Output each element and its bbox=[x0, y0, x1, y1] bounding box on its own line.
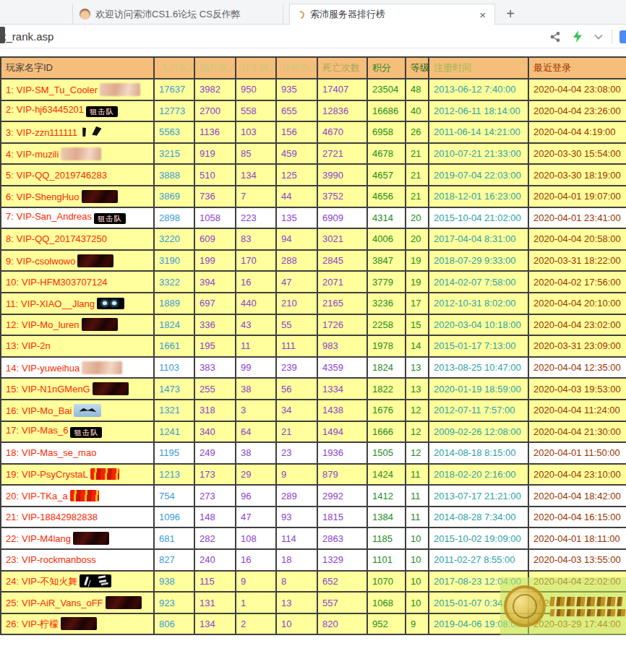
cell-kick-kills: 282 bbox=[194, 527, 236, 549]
cell-last-login: 2020-04-01 19:07:00 bbox=[528, 186, 626, 207]
url-text[interactable]: k_rank.asp bbox=[1, 30, 53, 43]
player-name[interactable]: VIP-rockmanboss bbox=[22, 554, 96, 565]
table-row: 6:VIP-ShengHuo386973674437524656212018-1… bbox=[1, 186, 626, 207]
player-name[interactable]: VIP-zzn111111 bbox=[17, 127, 77, 138]
cell-car-kills: 99 bbox=[236, 357, 276, 379]
player-name[interactable]: VIP-PsyCrystaL bbox=[22, 469, 88, 480]
cell-gun-kills: 34 bbox=[276, 400, 317, 421]
table-row: 26:VIP-柠檬80613421082095292019-04-06 19:0… bbox=[1, 613, 626, 635]
player-name[interactable]: VIP-csolwowo bbox=[17, 256, 76, 267]
cell-last-login: 2020-04-04 11:24:00 bbox=[528, 400, 626, 421]
cell-score: 1666 bbox=[367, 421, 406, 443]
chevron-down-icon[interactable] bbox=[594, 34, 603, 40]
table-row: 25:VIP-AiR_Vans_oFF923131113557106810201… bbox=[1, 592, 626, 613]
cell-score: 23504 bbox=[367, 79, 406, 100]
censored-image bbox=[82, 361, 122, 374]
player-name[interactable]: VIP-柠檬 bbox=[22, 619, 59, 629]
player-name[interactable]: VIP-AiR_Vans_oFF bbox=[22, 598, 103, 608]
cell-car-kills: 47 bbox=[236, 507, 276, 528]
cell-score: 3236 bbox=[367, 293, 406, 314]
cell-player-name: 6:VIP-ShengHuo bbox=[1, 186, 154, 207]
cell-level: 12 bbox=[406, 400, 429, 421]
player-rank: 16: bbox=[6, 405, 19, 416]
player-name[interactable]: VIP-hj63445201 bbox=[17, 104, 84, 115]
tab-forum[interactable]: 欢迎访问索沛CS1.6论坛 CS反作弊 bbox=[72, 4, 283, 24]
cell-kick-kills: 3982 bbox=[194, 79, 236, 100]
cell-gun-kills: 18 bbox=[276, 549, 317, 571]
player-rank: 19: bbox=[6, 469, 19, 480]
cell-deaths: 4670 bbox=[317, 121, 367, 143]
cell-knife-kills: 17637 bbox=[154, 79, 194, 100]
player-name[interactable]: VIP-ShengHuo bbox=[17, 191, 80, 202]
cell-car-kills: 85 bbox=[236, 143, 276, 165]
share-icon[interactable] bbox=[549, 31, 561, 43]
censored-image bbox=[61, 147, 101, 160]
cell-level: 26 bbox=[406, 121, 429, 143]
sniper-team-badge: 狙击队 bbox=[94, 213, 126, 224]
cell-player-name: 3:VIP-zzn111111 bbox=[1, 121, 154, 143]
player-name[interactable]: VIP-TKa_a bbox=[22, 491, 68, 501]
cell-gun-kills: 56 bbox=[276, 378, 317, 400]
cell-register-time: 2018-12-01 16:23:00 bbox=[429, 186, 528, 207]
player-name[interactable]: VIP-Mo_luren bbox=[22, 319, 79, 330]
close-tab-icon[interactable]: × bbox=[477, 9, 488, 21]
player-name[interactable]: VIP-Mo_Bai bbox=[22, 405, 72, 416]
cell-register-time: 2015-01-07 0:34:00 bbox=[429, 592, 528, 613]
cell-last-login: 2020-04-04 16:15:00 bbox=[528, 507, 626, 528]
cell-gun-kills: 23 bbox=[276, 442, 317, 464]
player-name[interactable]: VIP-SM_Tu_Cooler bbox=[17, 85, 98, 95]
cell-kick-kills: 131 bbox=[194, 592, 236, 613]
table-row: 7:VIP-San_Andreas狙击队28981058223135690943… bbox=[1, 207, 626, 229]
cell-deaths: 1329 bbox=[317, 549, 367, 571]
cell-register-time: 2019-07-04 22:03:00 bbox=[429, 164, 528, 186]
player-name[interactable]: VIP-N1nGMenG bbox=[22, 384, 90, 395]
browser-window: 欢迎访问索沛CS1.6论坛 CS反作弊 索沛服务器排行榜 × + k_rank.… bbox=[0, 0, 626, 672]
cell-car-kills: 16 bbox=[236, 549, 276, 571]
cell-level: 11 bbox=[406, 485, 429, 507]
cell-gun-kills: 55 bbox=[276, 314, 317, 336]
cell-kick-kills: 1058 bbox=[194, 207, 236, 229]
cell-score: 4678 bbox=[367, 143, 406, 165]
dark-avatar-image bbox=[73, 532, 109, 545]
toolbar-icons bbox=[544, 25, 626, 48]
dark-avatar-image bbox=[82, 318, 118, 331]
player-name[interactable]: VIP-18842982838 bbox=[22, 512, 98, 522]
player-name[interactable]: VIP-QQ_2017437250 bbox=[17, 233, 107, 244]
player-name[interactable]: VIP-不知火舞 bbox=[22, 576, 77, 587]
player-name[interactable]: VIP-muzili bbox=[17, 149, 59, 160]
extension-chip-icon[interactable] bbox=[619, 30, 626, 43]
player-name[interactable]: VIP-Mas_se_mao bbox=[22, 447, 96, 458]
cell-deaths: 1815 bbox=[317, 507, 367, 528]
cell-player-name: 20:VIP-TKa_a bbox=[1, 485, 154, 507]
tab-ranking[interactable]: 索沛服务器排行榜 × bbox=[289, 4, 495, 25]
player-rank: 21: bbox=[6, 512, 19, 522]
player-name[interactable]: VIP-XIAO__Jlang bbox=[21, 298, 95, 309]
cell-last-login: 2020-04-02 12:14:00 bbox=[528, 592, 626, 613]
cell-level: 19 bbox=[406, 250, 429, 272]
cell-car-kills: 9 bbox=[236, 571, 276, 593]
cell-knife-kills: 923 bbox=[154, 592, 194, 613]
cell-register-time: 2009-02-26 12:08:00 bbox=[429, 421, 528, 443]
cell-deaths: 17407 bbox=[317, 79, 367, 100]
address-bar[interactable]: k_rank.asp bbox=[0, 25, 626, 48]
player-name[interactable]: VIP-yuweihua bbox=[22, 363, 80, 374]
player-rank: 25: bbox=[6, 598, 19, 608]
player-name[interactable]: VIP-M4lang bbox=[22, 533, 71, 544]
cell-gun-kills: 156 bbox=[276, 121, 317, 143]
cell-knife-kills: 1661 bbox=[154, 335, 194, 357]
cell-last-login: 2020-04-03 19:53:00 bbox=[528, 378, 626, 400]
cell-level: 10 bbox=[406, 571, 429, 593]
cell-car-kills: 11 bbox=[236, 335, 276, 357]
player-name[interactable]: VIP-Mas_6 bbox=[22, 425, 68, 436]
cell-level: 12 bbox=[406, 442, 429, 464]
player-name[interactable]: VIP-2n bbox=[22, 340, 51, 351]
new-tab-button[interactable]: + bbox=[497, 4, 524, 24]
player-name[interactable]: VIP-HFM303707124 bbox=[22, 277, 108, 288]
player-name[interactable]: VIP-QQ_2019746283 bbox=[17, 170, 107, 181]
player-name[interactable]: VIP-San_Andreas bbox=[17, 211, 92, 222]
cell-last-login: 2020-04-04 21:30:00 bbox=[528, 421, 626, 443]
cell-car-kills: 83 bbox=[236, 228, 276, 250]
lightning-icon[interactable] bbox=[573, 30, 583, 43]
cell-last-login: 2020-04-01 11:50:00 bbox=[528, 442, 626, 464]
fire-text-badge bbox=[90, 468, 119, 480]
